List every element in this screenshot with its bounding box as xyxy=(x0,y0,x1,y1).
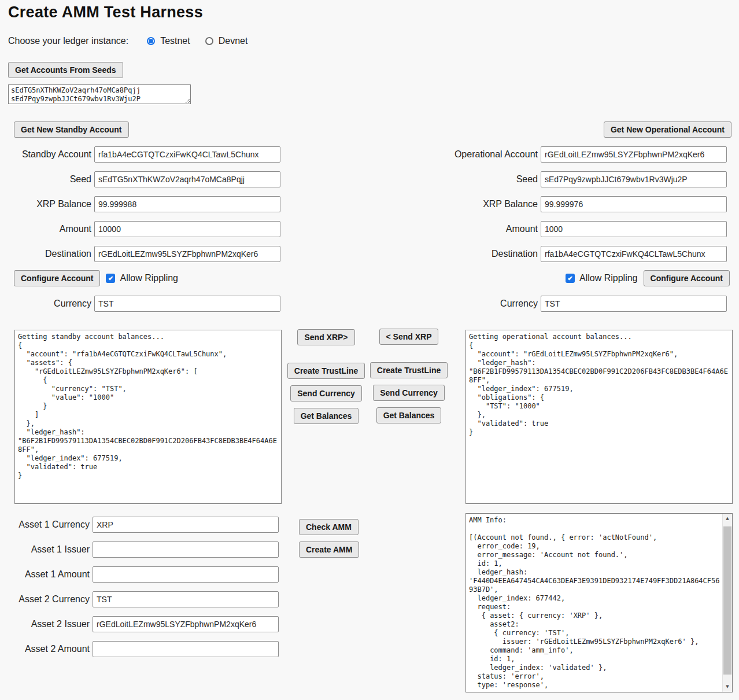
standby-seed-input[interactable] xyxy=(94,171,280,187)
asset1-currency-label: Asset 1 Currency xyxy=(0,520,93,530)
operational-get-balances-button[interactable]: Get Balances xyxy=(376,407,442,423)
asset2-amount-label: Asset 2 Amount xyxy=(0,644,93,654)
standby-configure-account-button[interactable]: Configure Account xyxy=(14,270,100,286)
standby-currency-input[interactable] xyxy=(94,296,280,312)
radio-testnet-icon[interactable] xyxy=(147,37,155,45)
operational-seed-row: Seed xyxy=(405,171,727,187)
operational-destination-label: Destination xyxy=(405,249,541,259)
standby-xrp-balance-row: XRP Balance xyxy=(0,196,280,212)
operational-amount-input[interactable] xyxy=(541,221,727,237)
amm-info-scrollbar[interactable]: ▲ ▼ xyxy=(722,514,732,692)
operational-send-xrp-button[interactable]: < Send XRP xyxy=(379,329,439,345)
standby-amount-label: Amount xyxy=(0,224,94,234)
operational-seed-label: Seed xyxy=(405,174,541,185)
operational-configure-account-button[interactable]: Configure Account xyxy=(644,270,730,286)
standby-account-label: Standby Account xyxy=(0,149,94,160)
standby-results-textarea[interactable]: Getting standby account balances... { "a… xyxy=(14,330,282,504)
ledger-instance-label: Choose your ledger instance: xyxy=(8,36,128,46)
asset2-amount-input[interactable] xyxy=(93,641,279,657)
operational-allow-rippling-label: Allow Rippling xyxy=(579,273,638,283)
page-title: Create AMM Test Harness xyxy=(8,3,203,21)
asset2-issuer-input[interactable] xyxy=(93,616,279,632)
operational-currency-label: Currency xyxy=(405,299,541,309)
seeds-textarea[interactable]: sEdTG5nXThKWZoV2aqrh47oMCa8Pqjj sEd7Pqy9… xyxy=(8,84,191,104)
scroll-up-arrow-icon[interactable]: ▲ xyxy=(723,514,732,524)
operational-currency-input[interactable] xyxy=(541,296,727,312)
asset1-issuer-input[interactable] xyxy=(93,541,279,558)
radio-devnet-label: Devnet xyxy=(219,36,248,46)
standby-amount-input[interactable] xyxy=(94,221,280,237)
get-accounts-from-seeds-button[interactable]: Get Accounts From Seeds xyxy=(8,62,123,78)
radio-option-testnet[interactable]: Testnet xyxy=(147,36,190,46)
standby-destination-label: Destination xyxy=(0,249,94,259)
operational-configure-row: ✔ Allow Rippling Configure Account xyxy=(566,270,730,286)
standby-send-currency-button[interactable]: Send Currency xyxy=(290,385,362,401)
asset1-amount-label: Asset 1 Amount xyxy=(0,569,93,580)
operational-xrp-balance-input[interactable] xyxy=(541,196,727,212)
radio-testnet-label: Testnet xyxy=(160,36,190,46)
standby-currency-label: Currency xyxy=(0,299,94,309)
operational-account-row: Operational Account xyxy=(405,146,727,163)
radio-devnet-icon[interactable] xyxy=(205,37,213,45)
standby-seed-row: Seed xyxy=(0,171,280,187)
standby-xrp-balance-label: XRP Balance xyxy=(0,199,94,209)
operational-seed-input[interactable] xyxy=(541,171,727,187)
asset1-issuer-label: Asset 1 Issuer xyxy=(0,544,93,555)
operational-results-textarea[interactable]: Getting operational account balances... … xyxy=(465,330,733,504)
amm-info-text: AMM Info: [(Account not found., { error:… xyxy=(466,514,722,692)
standby-actions-stack: Send XRP> Create TrustLine Send Currency… xyxy=(290,329,363,430)
operational-amount-label: Amount xyxy=(405,224,541,234)
asset2-currency-input[interactable] xyxy=(93,591,279,607)
operational-destination-row: Destination xyxy=(405,246,727,262)
standby-get-balances-button[interactable]: Get Balances xyxy=(294,408,359,424)
standby-account-input[interactable] xyxy=(94,146,280,163)
get-new-standby-account-button[interactable]: Get New Standby Account xyxy=(14,121,129,138)
standby-xrp-balance-input[interactable] xyxy=(94,196,280,212)
standby-destination-row: Destination xyxy=(0,246,280,262)
asset1-amount-row: Asset 1 Amount xyxy=(0,566,279,583)
standby-configure-row: Configure Account ✔ Allow Rippling xyxy=(14,270,183,286)
asset2-currency-row: Asset 2 Currency xyxy=(0,591,279,607)
operational-send-currency-button[interactable]: Send Currency xyxy=(373,385,445,401)
get-new-operational-account-button[interactable]: Get New Operational Account xyxy=(604,121,731,138)
operational-xrp-balance-label: XRP Balance xyxy=(405,199,541,209)
ledger-instance-row: Choose your ledger instance: Testnet Dev… xyxy=(8,36,263,46)
operational-currency-row: Currency xyxy=(405,296,727,312)
operational-create-trustline-button[interactable]: Create TrustLine xyxy=(370,362,448,378)
standby-account-row: Standby Account xyxy=(0,146,280,163)
scrollbar-thumb[interactable] xyxy=(723,526,731,675)
operational-account-label: Operational Account xyxy=(405,149,541,160)
create-amm-button[interactable]: Create AMM xyxy=(299,541,359,558)
asset2-issuer-label: Asset 2 Issuer xyxy=(0,619,93,629)
operational-account-input[interactable] xyxy=(541,146,727,163)
asset1-currency-row: Asset 1 Currency xyxy=(0,517,279,533)
standby-destination-input[interactable] xyxy=(94,246,280,262)
asset1-amount-input[interactable] xyxy=(93,566,279,583)
scroll-down-arrow-icon[interactable]: ▼ xyxy=(723,682,732,692)
check-amm-button[interactable]: Check AMM xyxy=(299,519,359,535)
radio-option-devnet[interactable]: Devnet xyxy=(205,36,248,46)
asset2-issuer-row: Asset 2 Issuer xyxy=(0,616,279,632)
operational-destination-input[interactable] xyxy=(541,246,727,262)
operational-allow-rippling-checkbox[interactable]: ✔ xyxy=(566,274,575,283)
amm-test-harness-page: Create AMM Test Harness Choose your ledg… xyxy=(0,0,739,700)
standby-create-trustline-button[interactable]: Create TrustLine xyxy=(287,363,365,379)
asset2-currency-label: Asset 2 Currency xyxy=(0,594,93,605)
standby-allow-rippling-label: Allow Rippling xyxy=(120,273,178,283)
standby-amount-row: Amount xyxy=(0,221,280,237)
operational-actions-stack: < Send XRP Create TrustLine Send Currenc… xyxy=(372,329,445,430)
standby-allow-rippling-checkbox[interactable]: ✔ xyxy=(106,274,115,283)
standby-seed-label: Seed xyxy=(0,174,94,185)
amm-info-panel: AMM Info: [(Account not found., { error:… xyxy=(465,513,733,692)
standby-currency-row: Currency xyxy=(0,296,280,312)
operational-amount-row: Amount xyxy=(405,221,727,237)
standby-send-xrp-button[interactable]: Send XRP> xyxy=(297,329,354,345)
asset1-currency-input[interactable] xyxy=(93,517,279,533)
asset2-amount-row: Asset 2 Amount xyxy=(0,641,279,657)
asset1-issuer-row: Asset 1 Issuer xyxy=(0,541,279,558)
operational-xrp-balance-row: XRP Balance xyxy=(405,196,727,212)
